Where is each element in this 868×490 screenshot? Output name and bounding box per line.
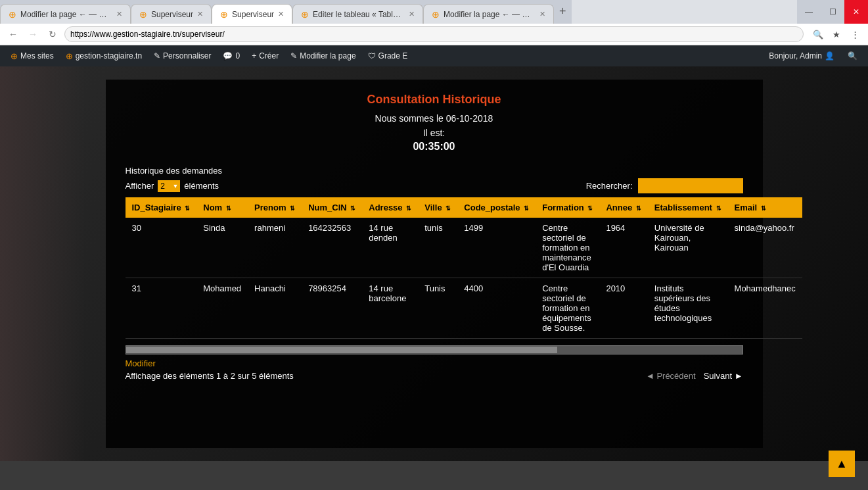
wp-site-name[interactable]: ⊕ gestion-stagiaire.tn bbox=[60, 45, 147, 66]
sort-icon: ⇅ bbox=[185, 205, 190, 212]
tab-close-icon[interactable]: ✕ bbox=[116, 10, 122, 18]
tab-label: Editer le tableau « TablePress : bbox=[313, 10, 405, 19]
cell-annee: 1964 bbox=[599, 218, 647, 278]
wp-comments[interactable]: 💬 0 bbox=[217, 45, 245, 66]
cell-num_cin: 78963254 bbox=[302, 278, 362, 339]
tab-close-icon[interactable]: ✕ bbox=[539, 10, 545, 18]
col-annee[interactable]: Annee ⇅ bbox=[599, 197, 647, 218]
afficher-label: Afficher bbox=[126, 181, 154, 191]
browser-tab-1[interactable]: ⊕Modifier la page ← — WordPres:✕ bbox=[0, 4, 131, 24]
col-num-cin[interactable]: Num_CIN ⇅ bbox=[302, 197, 362, 218]
tab-close-icon[interactable]: ✕ bbox=[197, 10, 203, 18]
cell-num_cin: 164232563 bbox=[302, 218, 362, 278]
refresh-button[interactable]: ↻ bbox=[45, 26, 60, 42]
table-row: 31MohamedHanachi7896325414 rue barcelone… bbox=[126, 278, 802, 339]
col-ville[interactable]: Ville ⇅ bbox=[418, 197, 457, 218]
prev-button[interactable]: ◄ Précédent bbox=[646, 371, 696, 381]
wp-icon: ⊕ bbox=[11, 51, 18, 61]
sort-icon: ⇅ bbox=[761, 205, 766, 212]
tab-label: Modifier la page ← — WordPres: bbox=[20, 10, 112, 19]
table-header-row: ID_Stagiaire ⇅ Nom ⇅ Prenom ⇅ Num_CIN ⇅ bbox=[126, 197, 802, 218]
user-avatar-icon: 👤 bbox=[825, 51, 834, 61]
col-etablissement[interactable]: Etablissement ⇅ bbox=[648, 197, 728, 218]
wp-search-button[interactable]: 🔍 bbox=[842, 45, 863, 66]
new-tab-button[interactable]: + bbox=[554, 0, 572, 24]
cell-annee: 2010 bbox=[599, 278, 647, 339]
sort-icon: ⇅ bbox=[445, 205, 451, 212]
table-row: 30Sindarahmeni16423256314 rue dendentuni… bbox=[126, 218, 802, 278]
col-prenom[interactable]: Prenom ⇅ bbox=[248, 197, 302, 218]
pagination: ◄ Précédent Suivant ► bbox=[646, 371, 743, 381]
cell-etablissement: Université de Kairouan, Kairouan bbox=[648, 218, 728, 278]
cell-formation: Centre sectoriel de formation en équipem… bbox=[536, 278, 599, 339]
cell-email: Mohamedhanec bbox=[728, 278, 802, 339]
forward-button[interactable]: → bbox=[25, 26, 41, 42]
cell-ville: tunis bbox=[418, 218, 457, 278]
next-button[interactable]: Suivant ► bbox=[704, 371, 743, 381]
col-formation[interactable]: Formation ⇅ bbox=[536, 197, 599, 218]
scrollbar-thumb[interactable] bbox=[126, 347, 558, 353]
sort-icon: ⇅ bbox=[226, 205, 231, 212]
search-input[interactable] bbox=[638, 178, 743, 193]
display-info: Affichage des éléments 1 à 2 sur 5 éléme… bbox=[126, 371, 294, 381]
cell-etablissement: Instituts supérieurs des études technolo… bbox=[648, 278, 728, 339]
maximize-button[interactable]: ☐ bbox=[821, 0, 844, 24]
main-panel: Consultation Historique Nous sommes le 0… bbox=[106, 80, 763, 448]
tab-icon: ⊕ bbox=[9, 9, 16, 20]
back-button[interactable]: ← bbox=[5, 26, 21, 42]
search-bar-icon: 🔍 bbox=[848, 51, 857, 61]
browser-tab-4[interactable]: ⊕Editer le tableau « TablePress :✕ bbox=[292, 4, 423, 24]
new-icon: + bbox=[252, 51, 256, 61]
tab-icon: ⊕ bbox=[139, 9, 147, 20]
cell-formation: Centre sectoriel de formation en mainten… bbox=[536, 218, 599, 278]
tab-icon: ⊕ bbox=[432, 9, 440, 20]
cell-ville: Tunis bbox=[418, 278, 457, 339]
col-email[interactable]: Email ⇅ bbox=[728, 197, 802, 218]
bookmark-icon[interactable]: ★ bbox=[829, 26, 844, 42]
cell-nom: Sinda bbox=[196, 218, 248, 278]
search-icon[interactable]: 🔍 bbox=[810, 26, 826, 42]
browser-tab-3[interactable]: ⊕Superviseur✕ bbox=[212, 4, 292, 24]
modify-link[interactable]: Modifier bbox=[126, 358, 156, 368]
tab-icon: ⊕ bbox=[220, 9, 228, 20]
wp-new[interactable]: + Créer bbox=[246, 45, 284, 66]
entries-select-wrapper[interactable]: 2 5 10 25 ▼ bbox=[158, 180, 180, 192]
wp-grade[interactable]: 🛡 Grade E bbox=[363, 45, 413, 66]
col-nom[interactable]: Nom ⇅ bbox=[196, 197, 248, 218]
sort-icon: ⇅ bbox=[716, 205, 721, 212]
minimize-button[interactable]: — bbox=[797, 0, 821, 24]
browser-tab-2[interactable]: ⊕Superviseur✕ bbox=[131, 4, 212, 24]
sort-icon: ⇅ bbox=[406, 205, 411, 212]
entries-dropdown[interactable]: 2 5 10 25 bbox=[158, 180, 180, 192]
sort-icon: ⇅ bbox=[524, 205, 529, 212]
col-id[interactable]: ID_Stagiaire ⇅ bbox=[126, 197, 197, 218]
data-table: ID_Stagiaire ⇅ Nom ⇅ Prenom ⇅ Num_CIN ⇅ bbox=[126, 197, 802, 339]
cell-prenom: Hanachi bbox=[248, 278, 302, 339]
cell-id: 31 bbox=[126, 278, 197, 339]
cell-adresse: 14 rue barcelone bbox=[362, 278, 418, 339]
horizontal-scrollbar[interactable] bbox=[126, 345, 743, 355]
wp-my-sites[interactable]: ⊕ Mes sites bbox=[5, 45, 59, 66]
wp-admin-bar: ⊕ Mes sites ⊕ gestion-stagiaire.tn ✎ Per… bbox=[0, 45, 868, 66]
scroll-top-button[interactable]: ▲ bbox=[829, 451, 855, 477]
search-label: Rechercher: bbox=[586, 181, 633, 191]
elements-label: éléments bbox=[184, 181, 219, 191]
shield-icon: 🛡 bbox=[368, 51, 376, 61]
sort-icon: ⇅ bbox=[290, 205, 295, 212]
close-button[interactable]: ✕ bbox=[844, 0, 868, 24]
tab-close-icon[interactable]: ✕ bbox=[409, 10, 415, 18]
settings-icon[interactable]: ⋮ bbox=[847, 26, 863, 42]
address-input[interactable] bbox=[64, 26, 804, 42]
time-label: Il est: bbox=[126, 128, 743, 138]
col-code-postale[interactable]: Code_postale ⇅ bbox=[457, 197, 536, 218]
cell-id: 30 bbox=[126, 218, 197, 278]
tab-label: Modifier la page ← — WordPres: bbox=[444, 10, 536, 19]
col-adresse[interactable]: Adresse ⇅ bbox=[362, 197, 418, 218]
wp-customize[interactable]: ✎ Personnaliser bbox=[148, 45, 216, 66]
wp-edit-page[interactable]: ✎ Modifier la page bbox=[285, 45, 361, 66]
browser-tab-5[interactable]: ⊕Modifier la page ← — WordPres:✕ bbox=[423, 4, 554, 24]
historique-label: Historique des demandes bbox=[126, 166, 743, 176]
tab-close-icon[interactable]: ✕ bbox=[278, 10, 284, 18]
comments-icon: 💬 bbox=[223, 51, 233, 61]
wp-greeting: Bonjour, Admin 👤 bbox=[764, 45, 840, 66]
